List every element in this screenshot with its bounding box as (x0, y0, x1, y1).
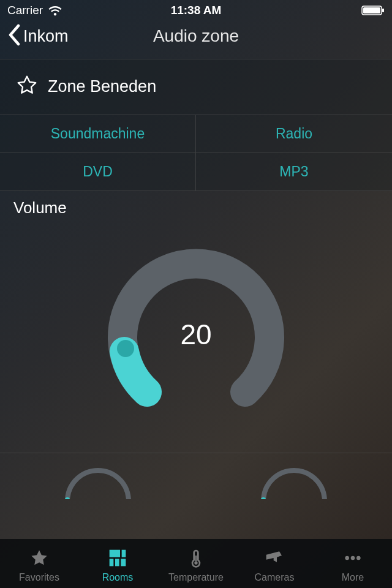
zone-name: Zone Beneden (48, 77, 156, 96)
volume-dial[interactable]: 20 (13, 220, 379, 453)
svg-rect-8 (121, 559, 126, 566)
page-title: Audio zone (153, 26, 239, 46)
mini-dial-left[interactable] (49, 458, 147, 499)
tab-rooms[interactable]: Rooms (78, 548, 157, 583)
svg-rect-1 (382, 9, 384, 12)
svg-point-12 (351, 556, 355, 560)
svg-rect-6 (110, 559, 114, 566)
tab-label: More (342, 572, 364, 583)
camera-icon (264, 548, 285, 570)
volume-value: 20 (180, 318, 211, 351)
status-left: Carrier (7, 4, 62, 17)
svg-point-9 (194, 561, 197, 564)
nav-bar: Inkom Audio zone (0, 20, 392, 59)
dots-icon (342, 548, 363, 570)
volume-label: Volume (13, 198, 379, 217)
thermometer-icon (186, 548, 206, 570)
svg-rect-2 (363, 7, 380, 13)
chevron-left-icon (7, 24, 21, 48)
back-button[interactable]: Inkom (7, 24, 69, 48)
svg-point-11 (345, 556, 349, 560)
mini-dials-row (0, 453, 392, 499)
tab-more[interactable]: More (314, 548, 392, 583)
carrier-label: Carrier (7, 4, 43, 17)
svg-rect-4 (110, 549, 120, 557)
tab-label: Temperature (168, 572, 224, 583)
tab-label: Favorites (19, 572, 59, 583)
svg-point-3 (117, 340, 134, 357)
svg-rect-7 (115, 559, 119, 566)
tab-cameras[interactable]: Cameras (235, 548, 314, 583)
star-icon[interactable] (16, 74, 38, 99)
wifi-icon (48, 5, 62, 16)
svg-rect-5 (122, 549, 126, 557)
zone-header: Zone Beneden (0, 59, 392, 115)
tab-favorites[interactable]: Favorites (0, 548, 78, 583)
grid-icon (107, 548, 128, 570)
tab-label: Cameras (255, 572, 295, 583)
mini-dial-right[interactable] (245, 458, 343, 499)
star-icon (29, 548, 50, 570)
status-time: 11:38 AM (171, 4, 222, 17)
source-dvd[interactable]: DVD (0, 153, 196, 191)
svg-point-13 (356, 556, 361, 560)
tab-temperature[interactable]: Temperature (157, 548, 235, 583)
source-soundmachine[interactable]: Soundmachine (0, 115, 196, 153)
source-radio[interactable]: Radio (196, 115, 392, 153)
source-grid: Soundmachine Radio DVD MP3 (0, 115, 392, 191)
tab-bar: Favorites Rooms Temperature Cameras More (0, 539, 392, 588)
volume-section: Volume 20 (0, 191, 392, 453)
tab-label: Rooms (102, 572, 134, 583)
back-label: Inkom (23, 27, 69, 46)
status-bar: Carrier 11:38 AM (0, 0, 392, 20)
source-mp3[interactable]: MP3 (196, 153, 392, 191)
battery-icon (361, 6, 385, 15)
